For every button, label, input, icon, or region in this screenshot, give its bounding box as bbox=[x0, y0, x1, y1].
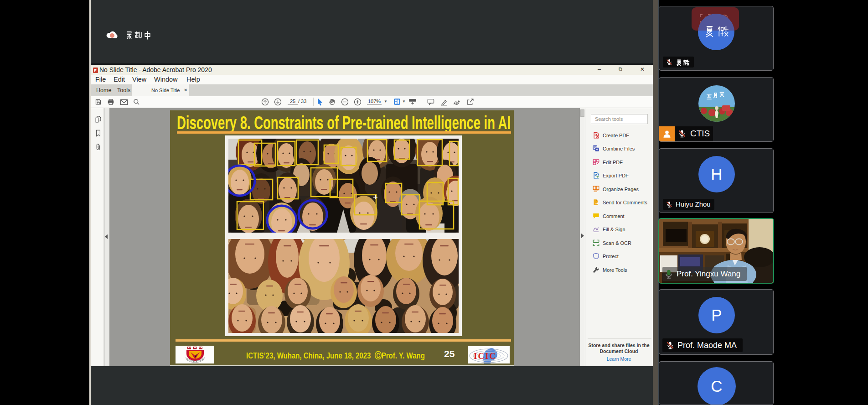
svg-text:ICIC: ICIC bbox=[474, 351, 496, 361]
